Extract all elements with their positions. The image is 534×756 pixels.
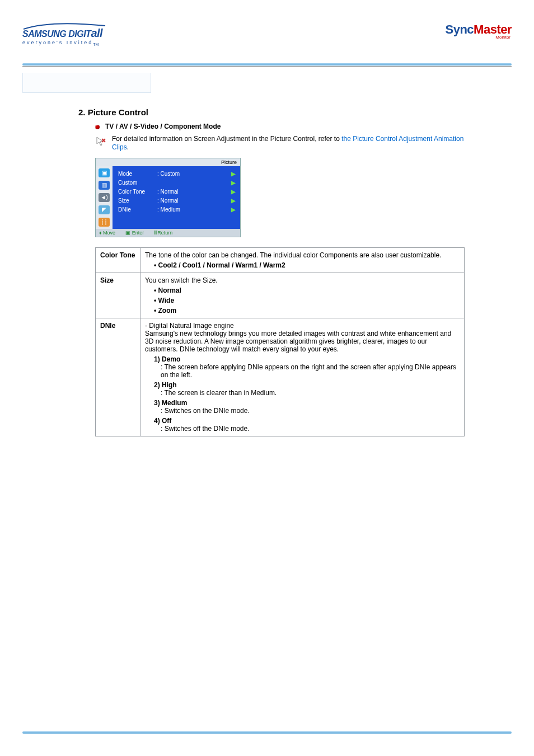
arrow-right-icon: ▶ bbox=[231, 180, 236, 186]
osd-row[interactable]: Mode : Custom ▶ bbox=[118, 170, 236, 179]
dnie-h2: 2) High bbox=[154, 381, 460, 389]
osd-row-label: DNIe bbox=[118, 206, 157, 213]
table-row: DNIe - Digital Natural Image engine Sams… bbox=[96, 318, 465, 436]
osd-row-label: Color Tone bbox=[118, 189, 157, 195]
row-name: Size bbox=[96, 273, 140, 318]
brand-main: SAMSUNG DIGIT bbox=[22, 29, 91, 39]
arrow-right-icon: ▶ bbox=[231, 189, 236, 195]
dnie-l2: Samsung's new technology brings you more… bbox=[145, 330, 460, 353]
row-name: Color Tone bbox=[96, 247, 140, 273]
arrow-right-icon: ▶ bbox=[231, 171, 236, 177]
osd-panel: Picture ▣ ▥ ◄) ◤ ┆┆ Mode : Custom ▶ bbox=[95, 158, 241, 237]
dnie-l1: - Digital Natural Image engine bbox=[145, 322, 460, 330]
osd-row[interactable]: Size : Normal ▶ bbox=[118, 196, 236, 205]
dnie-h3: 3) Medium bbox=[154, 399, 460, 407]
mode-line: TV / AV / S-Video / Component Mode bbox=[105, 123, 221, 130]
size-opt: • Zoom bbox=[154, 307, 460, 314]
dnie-d1: : The screen before applying DNIe appear… bbox=[161, 363, 460, 379]
dnie-d3: : Switches on the DNIe mode. bbox=[161, 407, 460, 415]
osd-row-label: Size bbox=[118, 198, 157, 204]
osd-row[interactable]: DNIe : Medium ▶ bbox=[118, 205, 236, 214]
bullet-icon bbox=[95, 125, 100, 129]
description-table: Color Tone The tone of the color can be … bbox=[95, 247, 465, 436]
header-band bbox=[22, 73, 151, 93]
osd-row[interactable]: Custom : ▶ bbox=[118, 179, 236, 187]
section-title: 2. Picture Control bbox=[78, 107, 465, 117]
page-header: SAMSUNG DIGITall everyone's InvitedTM Sy… bbox=[22, 22, 512, 46]
size-opt: • Wide bbox=[154, 297, 460, 304]
osd-side-icon: ◄) bbox=[99, 193, 110, 202]
row-name: DNIe bbox=[96, 318, 140, 436]
osd-foot-move: Move bbox=[103, 230, 115, 236]
dnie-d2: : The screen is clearer than in Medium. bbox=[161, 389, 460, 397]
osd-foot-return: Return bbox=[157, 230, 172, 236]
osd-row[interactable]: Color Tone : Normal ▶ bbox=[118, 187, 236, 196]
osd-row-value: Normal bbox=[161, 198, 179, 204]
osd-side-icon: ┆┆ bbox=[99, 218, 110, 227]
dnie-d4: : Switches off the DNIe mode. bbox=[161, 425, 460, 433]
osd-row-value: Custom bbox=[161, 171, 180, 177]
color-tone-options: • Cool2 / Cool1 / Normal / Warm1 / Warm2 bbox=[154, 261, 460, 269]
info-post: . bbox=[127, 143, 129, 151]
osd-footer: ♦ Move ▣ Enter ⅢReturn bbox=[96, 229, 240, 237]
info-pre: For detailed information on Screen Adjus… bbox=[112, 135, 341, 143]
osd-row-label: Mode bbox=[118, 171, 157, 177]
header-rule-thick bbox=[22, 63, 512, 65]
size-body: You can switch the Size. bbox=[145, 276, 460, 284]
footer-rule bbox=[22, 731, 512, 734]
dnie-h1: 1) Demo bbox=[154, 355, 460, 363]
arrow-right-icon: ▶ bbox=[231, 198, 236, 204]
header-rule-thin bbox=[22, 67, 512, 67]
osd-side-icon: ▣ bbox=[99, 168, 110, 177]
osd-title: Picture bbox=[96, 158, 240, 166]
table-row: Color Tone The tone of the color can be … bbox=[96, 247, 465, 273]
size-opt: • Normal bbox=[154, 287, 460, 294]
sync-text: Sync bbox=[445, 22, 474, 36]
osd-row-label: Custom bbox=[118, 180, 157, 186]
dnie-h4: 4) Off bbox=[154, 417, 460, 425]
trademark: TM bbox=[93, 43, 99, 46]
osd-side-icon: ◤ bbox=[99, 205, 110, 214]
osd-row-value: Medium bbox=[161, 206, 181, 213]
osd-foot-enter: Enter bbox=[132, 230, 144, 236]
osd-side-icon: ▥ bbox=[99, 181, 110, 190]
syncmaster-logo: SyncMaster Monitor bbox=[445, 22, 512, 40]
arrow-right-icon: ▶ bbox=[231, 206, 236, 213]
brand-tagline: everyone's Invited bbox=[22, 40, 93, 45]
osd-row-value: Normal bbox=[161, 189, 179, 195]
osd-side-icons: ▣ ▥ ◄) ◤ ┆┆ bbox=[96, 166, 113, 229]
samsung-logo: SAMSUNG DIGITall everyone's InvitedTM bbox=[22, 22, 112, 46]
info-text: For detailed information on Screen Adjus… bbox=[112, 135, 465, 152]
color-tone-body: The tone of the color can be changed. Th… bbox=[145, 251, 460, 259]
cursor-tool-icon bbox=[95, 136, 106, 149]
table-row: Size You can switch the Size. • Normal •… bbox=[96, 273, 465, 318]
